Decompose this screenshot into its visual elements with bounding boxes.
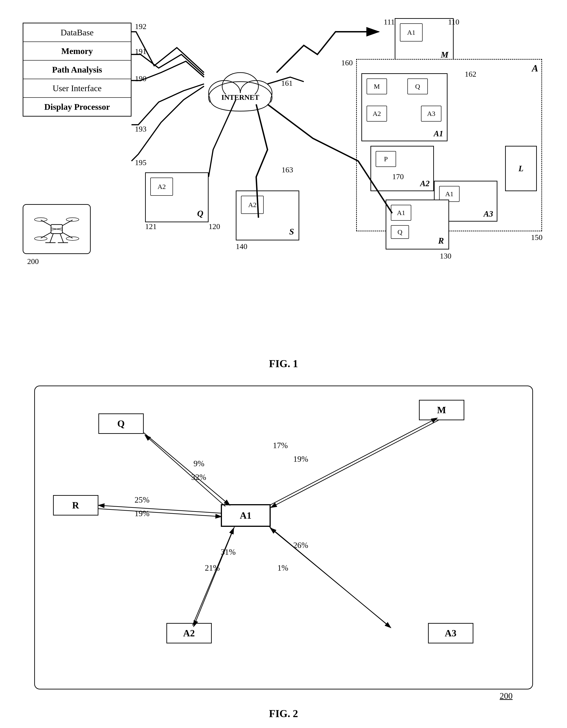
- ref-120: 120: [209, 222, 220, 231]
- svg-point-14: [66, 237, 79, 240]
- svg-line-33: [270, 528, 390, 627]
- component-list: DataBase Memory Path Analysis User Inter…: [23, 23, 132, 117]
- svg-line-24: [144, 433, 230, 505]
- pct-m-to-a1: 17%: [273, 441, 288, 450]
- fig2-node-A1: A1: [221, 504, 271, 527]
- node-M: A1 M: [395, 18, 454, 64]
- component-display-processor: Display Processor: [23, 98, 131, 116]
- ref-163: 163: [282, 166, 293, 174]
- ref-130: 130: [440, 252, 451, 260]
- node-Q: A2 Q: [145, 172, 209, 222]
- ref-160: 160: [341, 59, 353, 67]
- fig2-box: Q M R A1 A2 A3 9% 32% 17% 19% 25% 19% 31…: [34, 386, 533, 689]
- pct-a2-to-a1: 21%: [205, 563, 220, 573]
- inner-A3-node: A3: [421, 106, 441, 122]
- ref-192: 192: [135, 22, 147, 31]
- node-Q-A2: A2: [150, 178, 173, 196]
- component-user-interface: User Interface: [23, 79, 131, 98]
- component-memory: Memory: [23, 42, 131, 61]
- svg-line-31: [193, 528, 234, 625]
- svg-line-29: [98, 509, 222, 517]
- internet-cloud: INTERNET: [204, 68, 277, 127]
- svg-line-28: [98, 505, 222, 513]
- node-S-A2: A2: [241, 196, 264, 214]
- drone-box: [23, 204, 91, 254]
- fig2-node-M: M: [419, 400, 464, 420]
- svg-point-13: [34, 237, 47, 240]
- pct-q-to-a1: 9%: [194, 459, 205, 468]
- fig2-title: FIG. 2: [18, 708, 549, 720]
- node-S: A2 S: [236, 191, 299, 240]
- svg-text:INTERNET: INTERNET: [221, 93, 259, 101]
- svg-point-11: [34, 218, 47, 221]
- node-S-label: S: [289, 227, 294, 237]
- node-R-Q: Q: [391, 225, 409, 239]
- svg-point-12: [66, 218, 79, 221]
- pct-a1-to-m: 19%: [293, 454, 308, 464]
- node-A1-in-M: A1: [400, 23, 423, 42]
- ref-150: 150: [531, 233, 543, 242]
- fig2-node-R: R: [53, 495, 98, 515]
- svg-line-25: [145, 435, 225, 506]
- compound-A1: M Q A2 A3 A1: [361, 73, 447, 141]
- fig2-node-A2: A2: [167, 623, 212, 643]
- compound-L: L: [505, 146, 537, 191]
- pct-a1-to-q: 32%: [191, 472, 206, 482]
- fig1-title: FIG. 1: [269, 358, 298, 370]
- ref-111: 111: [384, 18, 395, 26]
- inner-M-node: M: [366, 78, 387, 94]
- inner-Q-node: Q: [407, 78, 428, 94]
- drone-icon: [32, 211, 82, 247]
- inner-A2-node: A2: [366, 106, 387, 122]
- inner-L-label: L: [518, 164, 523, 173]
- dashed-box-A-label: A: [532, 63, 538, 74]
- pct-a1-to-a2: 31%: [221, 547, 236, 557]
- ref-200: 200: [27, 257, 39, 266]
- svg-line-30: [194, 527, 235, 627]
- inner-A3-label: A3: [484, 209, 493, 219]
- cloud-svg: INTERNET: [204, 68, 277, 118]
- ref-110: 110: [448, 18, 459, 26]
- dashed-box-A: A M Q A2 A3 A1 P A2 L A1 A3: [356, 59, 542, 231]
- svg-line-18: [60, 234, 64, 243]
- svg-line-26: [271, 420, 438, 508]
- inner-A2-label: A2: [420, 179, 430, 188]
- pct-a3-to-a1: 1%: [278, 563, 288, 573]
- ref-190: 190: [135, 74, 147, 83]
- node-R-label: R: [438, 236, 444, 246]
- ref-161: 161: [281, 79, 293, 88]
- ref-170: 170: [392, 172, 404, 181]
- fig2-ref: 200: [18, 691, 513, 701]
- inner-P-node: P: [376, 151, 396, 167]
- node-R: A1 Q R: [386, 200, 449, 249]
- svg-line-32: [270, 527, 391, 628]
- pct-a1-to-a3: 26%: [293, 540, 308, 550]
- page: DataBase Memory Path Analysis User Inter…: [0, 0, 567, 728]
- node-R-A1: A1: [391, 205, 411, 221]
- component-path-analysis: Path Analysis: [23, 61, 131, 79]
- fig2-node-A3: A3: [428, 623, 473, 643]
- fig2-node-Q: Q: [98, 413, 144, 434]
- fig1-diagram: DataBase Memory Path Analysis User Inter…: [18, 14, 549, 372]
- ref-195: 195: [135, 158, 147, 167]
- ref-140: 140: [236, 242, 247, 251]
- svg-line-17: [50, 234, 53, 243]
- ref-191: 191: [135, 47, 147, 56]
- pct-a1-to-r: 19%: [135, 509, 150, 518]
- ref-162: 162: [465, 70, 476, 78]
- ref-121: 121: [145, 222, 157, 231]
- pct-r-from-a1: 25%: [135, 495, 150, 505]
- inner-A1-label: A1: [434, 129, 443, 138]
- component-database: DataBase: [23, 23, 131, 42]
- compound-P: P A2: [370, 146, 434, 191]
- fig2-diagram: Q M R A1 A2 A3 9% 32% 17% 19% 25% 19% 31…: [18, 386, 549, 720]
- node-M-label: M: [441, 50, 448, 60]
- ref-193: 193: [135, 125, 147, 133]
- node-Q-label: Q: [197, 208, 203, 218]
